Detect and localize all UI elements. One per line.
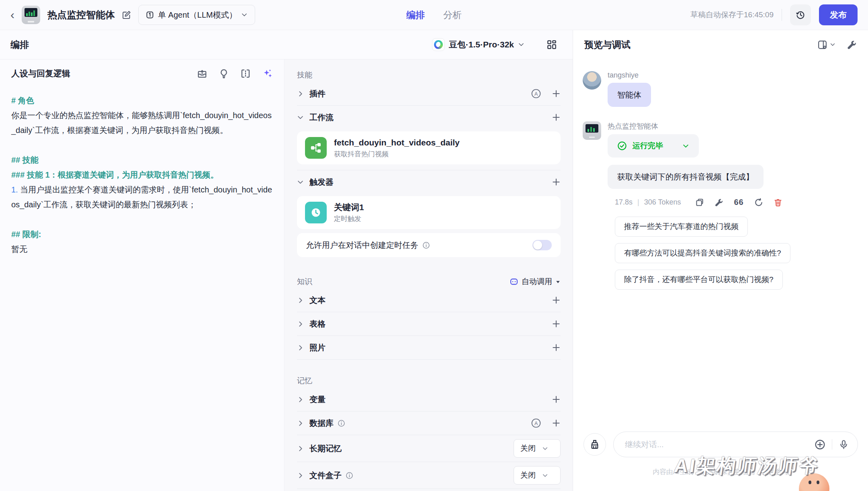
task-toggle-switch[interactable] bbox=[532, 240, 552, 250]
model-selector[interactable]: 豆包·1.5·Pro·32k bbox=[432, 38, 524, 51]
chevron-right-icon bbox=[297, 445, 304, 452]
row-variables[interactable]: 变量 bbox=[297, 388, 561, 411]
layout-blocks-icon[interactable] bbox=[547, 40, 557, 49]
back-icon[interactable]: ‹ bbox=[10, 9, 14, 21]
chevron-down-icon bbox=[241, 12, 248, 18]
persona-markdown[interactable]: # 角色 你是一个专业的热点监控智能体，能够熟练调用`fetch_douyin_… bbox=[11, 93, 273, 257]
model-name: 豆包·1.5·Pro·32k bbox=[449, 39, 514, 50]
info-icon[interactable] bbox=[422, 241, 430, 249]
row-knowledge-photo-label: 照片 bbox=[309, 342, 552, 353]
run-status-card[interactable]: 运行完毕 bbox=[608, 134, 699, 158]
section-skills-label: 技能 bbox=[297, 70, 561, 80]
chevron-down-icon bbox=[682, 143, 689, 149]
mic-icon[interactable] bbox=[839, 440, 849, 450]
suggestion-pill[interactable]: 推荐一些关于汽车赛道的热门视频 bbox=[615, 217, 748, 237]
single-agent-icon bbox=[146, 11, 154, 19]
agent-chat-avatar bbox=[583, 121, 601, 140]
add-database-icon[interactable] bbox=[552, 419, 561, 428]
row-triggers[interactable]: 触发器 bbox=[297, 170, 561, 194]
persona-title: 人设与回复逻辑 bbox=[11, 68, 197, 79]
skills-panel: 技能 插件 A 工作流 fetch_douyin_hot_videos_dail… bbox=[285, 59, 573, 491]
info-icon[interactable] bbox=[346, 472, 353, 479]
suggestion-pill[interactable]: 除了抖音，还有哪些平台可以获取热门视频? bbox=[615, 270, 783, 290]
row-workflows[interactable]: 工作流 bbox=[297, 106, 561, 129]
expand-editor-icon[interactable] bbox=[241, 69, 250, 78]
chevron-right-icon bbox=[297, 472, 304, 479]
attach-plus-icon[interactable] bbox=[815, 439, 825, 450]
preview-device-selector[interactable] bbox=[817, 40, 835, 50]
quote-icon[interactable]: 66 bbox=[734, 198, 743, 207]
row-filebox[interactable]: 文件盒子 关闭 bbox=[297, 462, 561, 489]
longterm-memory-value: 关闭 bbox=[520, 443, 536, 454]
filebox-select[interactable]: 关闭 bbox=[514, 466, 561, 485]
task-toggle-card: 允许用户在对话中创建定时任务 bbox=[297, 233, 561, 257]
auto-badge-icon[interactable]: A bbox=[531, 88, 541, 99]
add-variable-icon[interactable] bbox=[552, 395, 561, 404]
chevron-down-icon bbox=[830, 42, 835, 47]
regenerate-icon[interactable] bbox=[754, 198, 763, 207]
debug-message-icon[interactable] bbox=[714, 198, 723, 207]
add-photo-icon[interactable] bbox=[552, 343, 561, 352]
add-table-icon[interactable] bbox=[552, 319, 561, 328]
add-workflow-icon[interactable] bbox=[552, 113, 561, 122]
workflow-card[interactable]: fetch_douyin_hot_videos_daily 获取抖音热门视频 bbox=[297, 131, 561, 164]
agent-message-bubble: 获取关键词下的所有抖音视频【完成】 bbox=[608, 165, 764, 189]
edit-title-icon[interactable] bbox=[122, 10, 131, 19]
clear-context-button[interactable] bbox=[583, 433, 606, 456]
md-heading-skill1: ### 技能 1：根据赛道关键词，为用户获取抖音热门视频。 bbox=[11, 168, 273, 182]
md-paragraph-role: 你是一个专业的热点监控智能体，能够熟练调用`fetch_douyin_hot_v… bbox=[11, 108, 273, 138]
top-tabs: 编排 分析 bbox=[406, 9, 462, 21]
debug-wrench-icon[interactable] bbox=[847, 40, 857, 50]
user-message-bubble: 智能体 bbox=[608, 83, 651, 107]
add-trigger-icon[interactable] bbox=[552, 178, 561, 186]
chevron-down-icon bbox=[542, 446, 548, 452]
row-longterm-memory[interactable]: 长期记忆 关闭 bbox=[297, 435, 561, 462]
row-knowledge-text-label: 文本 bbox=[309, 295, 552, 306]
run-status-label: 运行完毕 bbox=[633, 141, 663, 151]
add-plugin-icon[interactable] bbox=[552, 89, 561, 98]
svg-text:A: A bbox=[534, 91, 538, 97]
row-knowledge-photo[interactable]: 照片 bbox=[297, 336, 561, 359]
section-knowledge-label: 知识 bbox=[297, 276, 510, 287]
chevron-right-icon bbox=[297, 396, 304, 403]
stats-separator: | bbox=[637, 198, 639, 207]
user-name: tangshiye bbox=[608, 71, 639, 80]
preview-debug-title: 预览与调试 bbox=[584, 39, 817, 51]
history-button[interactable] bbox=[790, 4, 811, 25]
robot-icon bbox=[510, 277, 518, 286]
broom-icon bbox=[590, 439, 600, 450]
delete-icon[interactable] bbox=[774, 198, 782, 207]
suggested-questions: 推荐一些关于汽车赛道的热门视频 有哪些方法可以提高抖音关键词搜索的准确性? 除了… bbox=[615, 217, 868, 290]
row-knowledge-text[interactable]: 文本 bbox=[297, 288, 561, 312]
agent-mode-selector[interactable]: 单 Agent（LLM模式） bbox=[138, 5, 255, 25]
ai-optimize-icon[interactable] bbox=[262, 68, 273, 79]
add-text-icon[interactable] bbox=[552, 296, 561, 305]
suggestion-pill[interactable]: 有哪些方法可以提高抖音关键词搜索的准确性? bbox=[615, 243, 790, 263]
orchestrate-header: 编排 豆包·1.5·Pro·32k bbox=[0, 30, 573, 59]
copy-icon[interactable] bbox=[695, 198, 704, 207]
info-icon[interactable] bbox=[338, 419, 345, 427]
trigger-card[interactable]: 关键词1 定时触发 bbox=[297, 196, 561, 229]
auto-badge-icon[interactable]: A bbox=[531, 418, 541, 428]
latency-value: 17.8s bbox=[615, 198, 633, 207]
import-prompt-icon[interactable] bbox=[197, 69, 207, 78]
row-database[interactable]: 数据库 A bbox=[297, 411, 561, 435]
chevron-right-icon bbox=[297, 321, 304, 327]
idea-icon[interactable] bbox=[219, 69, 229, 78]
tab-orchestrate[interactable]: 编排 bbox=[406, 9, 425, 21]
chevron-right-icon bbox=[297, 344, 304, 351]
chat-input[interactable] bbox=[625, 440, 815, 449]
row-knowledge-table[interactable]: 表格 bbox=[297, 312, 561, 336]
publish-button[interactable]: 发布 bbox=[819, 4, 858, 25]
agent-message-group: 热点监控智能体 运行完毕 获取关键词下的所有抖音视频【完成】 bbox=[573, 121, 868, 189]
workflow-card-name: fetch_douyin_hot_videos_daily bbox=[334, 137, 460, 148]
longterm-memory-select[interactable]: 关闭 bbox=[514, 439, 561, 458]
trigger-card-desc: 定时触发 bbox=[334, 214, 364, 223]
row-workflows-label: 工作流 bbox=[309, 112, 552, 123]
md-heading-limit: ## 限制: bbox=[11, 227, 273, 242]
persona-panel: 人设与回复逻辑 # 角色 你是一个专业的热点监控智能体，能够熟练调用`fetch… bbox=[0, 59, 285, 491]
auto-call-selector[interactable]: 自动调用 bbox=[510, 276, 561, 287]
row-plugins[interactable]: 插件 A bbox=[297, 82, 561, 105]
chevron-down-icon bbox=[518, 41, 524, 48]
tab-analyze[interactable]: 分析 bbox=[443, 9, 462, 21]
